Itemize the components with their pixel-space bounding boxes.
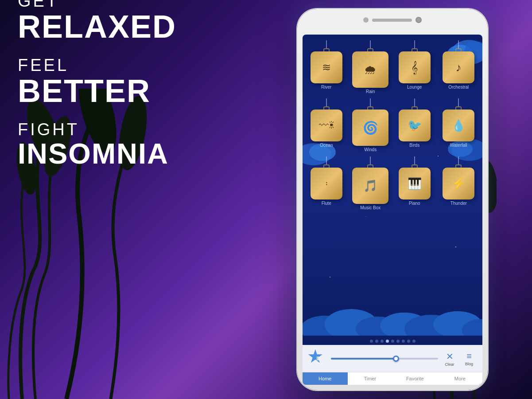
sound-item-music-box[interactable]: 🎵 Music Box (349, 156, 392, 210)
dot-3[interactable] (381, 340, 384, 343)
tab-more[interactable]: More (438, 372, 483, 385)
blog-button[interactable]: ≡ Blog (461, 351, 477, 366)
dot-9[interactable] (412, 340, 416, 343)
blog-label: Blog (465, 362, 473, 366)
camera-dot-right (416, 17, 422, 23)
phone-wrapper: ≋ River 🌧 Rain (297, 9, 488, 390)
sound-item-ocean[interactable]: 〰☀ Ocean (305, 98, 348, 152)
tab-timer[interactable]: Timer (348, 372, 393, 385)
camera-dot-left (363, 17, 369, 23)
clear-icon: ✕ (446, 351, 454, 362)
ocean-label: Ocean (320, 143, 333, 148)
progress-bar[interactable] (331, 358, 438, 360)
nav-tabs: Home Timer Favorite More (303, 372, 482, 385)
lounge-label: Lounge (407, 85, 422, 90)
orchestral-label: Orchestral (448, 85, 469, 90)
sound-item-orchestral[interactable]: ♪ Orchestral (438, 40, 480, 94)
blog-icon: ≡ (466, 351, 472, 361)
speaker-bar (372, 19, 412, 22)
progress-fill (331, 358, 395, 360)
dot-7[interactable] (402, 340, 405, 343)
feel-label: FEEL (18, 56, 176, 75)
better-label: BETTER (18, 75, 176, 107)
relaxed-label: RELAXED (18, 11, 176, 43)
page-indicators (303, 337, 482, 345)
rain-label: Rain (366, 89, 375, 94)
piano-label: Piano (409, 201, 420, 206)
sound-item-winds[interactable]: 🌀 Winds (349, 98, 392, 152)
music-box-label: Music Box (360, 205, 381, 210)
dot-8[interactable] (407, 340, 410, 343)
cloud-bottom (303, 305, 482, 337)
clear-button[interactable]: ✕ Clear (442, 351, 458, 367)
sound-item-waterfall[interactable]: 💧 Waterfall (438, 98, 480, 152)
sound-item-rain[interactable]: 🌧 Rain (349, 40, 392, 94)
sound-item-birds[interactable]: 🐦 Birds (393, 98, 436, 152)
thunder-label: Thunder (450, 201, 467, 206)
river-label: River (321, 85, 331, 90)
birds-label: Birds (409, 143, 419, 148)
bottom-bar: ★ ⏸ ✕ Clear ≡ Blog (303, 345, 482, 372)
dot-4-active[interactable] (386, 340, 389, 343)
sound-item-piano[interactable]: 🎹 Piano (393, 156, 436, 210)
left-content: GET RELAXED FEEL BETTER FIGHT INSOMNIA (18, 0, 176, 168)
dot-2[interactable] (375, 340, 378, 343)
dot-1[interactable] (370, 340, 373, 343)
sound-item-river[interactable]: ≋ River (305, 40, 348, 94)
sound-item-lounge[interactable]: 𝄞 Lounge (393, 40, 436, 94)
insomnia-label: INSOMNIA (18, 139, 176, 168)
phone-frame: ≋ River 🌧 Rain (297, 9, 488, 390)
tab-favorite[interactable]: Favorite (392, 372, 438, 385)
fight-label: FIGHT (18, 120, 176, 139)
clear-label: Clear (445, 362, 454, 367)
dot-5[interactable] (391, 340, 394, 343)
waterfall-label: Waterfall (450, 143, 467, 148)
dot-6[interactable] (396, 340, 400, 343)
progress-thumb[interactable] (393, 356, 399, 362)
phone-screen: ≋ River 🌧 Rain (303, 35, 482, 385)
flute-label: Flute (322, 201, 331, 206)
sound-item-flute[interactable]: 𝄈 Flute (305, 156, 348, 210)
phone-top-bar (363, 17, 422, 23)
star-play-button[interactable]: ★ ⏸ (308, 349, 327, 368)
sound-item-thunder[interactable]: ⚡ Thunder (438, 156, 480, 210)
sound-grid: ≋ River 🌧 Rain (303, 37, 482, 214)
tab-home[interactable]: Home (303, 372, 348, 385)
app-content: ≋ River 🌧 Rain (303, 35, 482, 337)
winds-label: Winds (364, 147, 377, 152)
